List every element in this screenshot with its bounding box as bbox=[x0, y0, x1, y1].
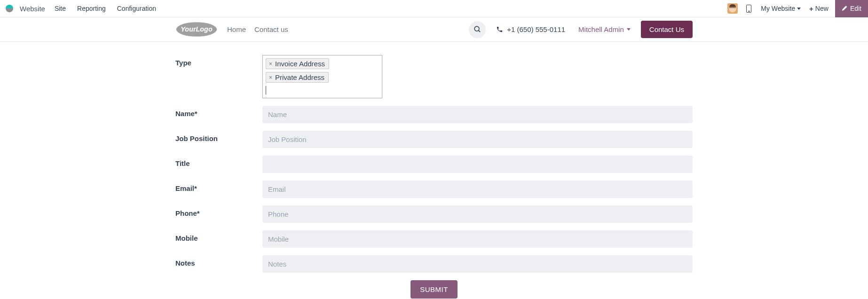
my-website-label: My Website bbox=[761, 5, 795, 12]
contact-form: Type × Invoice Address × Private Address… bbox=[175, 42, 693, 299]
pencil-icon bbox=[842, 6, 847, 11]
new-button[interactable]: + New bbox=[809, 5, 829, 13]
nav-links: Home Contact us bbox=[227, 25, 288, 33]
admin-name: Mitchell Admin bbox=[578, 25, 624, 33]
odoo-logo-icon[interactable] bbox=[5, 4, 14, 13]
system-menu: Site Reporting Configuration bbox=[55, 5, 156, 12]
caret-down-icon bbox=[627, 28, 631, 31]
row-phone: Phone* bbox=[175, 205, 693, 223]
title-input[interactable] bbox=[262, 156, 693, 173]
label-job: Job Position bbox=[175, 131, 262, 142]
tag-label: Private Address bbox=[275, 73, 324, 81]
svg-line-3 bbox=[478, 31, 480, 32]
tag-remove-icon[interactable]: × bbox=[269, 74, 272, 81]
tag-label: Invoice Address bbox=[275, 60, 325, 68]
name-input[interactable] bbox=[262, 106, 693, 123]
menu-site[interactable]: Site bbox=[55, 5, 66, 12]
nav-contact-us[interactable]: Contact us bbox=[254, 25, 288, 33]
svg-text:YourLogo: YourLogo bbox=[181, 25, 213, 33]
label-email: Email* bbox=[175, 181, 262, 192]
app-name[interactable]: Website bbox=[20, 5, 45, 13]
svg-point-2 bbox=[474, 26, 479, 31]
admin-dropdown[interactable]: Mitchell Admin bbox=[578, 25, 631, 33]
row-name: Name* bbox=[175, 106, 693, 123]
system-toolbar-right: My Website + New Edit bbox=[727, 0, 868, 17]
tag-input-cursor-line[interactable] bbox=[266, 86, 379, 95]
label-notes: Notes bbox=[175, 255, 262, 267]
phone-number: +1 (650) 555-0111 bbox=[507, 25, 565, 33]
label-name: Name* bbox=[175, 106, 262, 118]
new-label: New bbox=[815, 5, 829, 12]
submit-button[interactable]: SUBMIT bbox=[410, 280, 458, 299]
submit-row: SUBMIT bbox=[175, 280, 693, 299]
tag-remove-icon[interactable]: × bbox=[269, 61, 272, 67]
phone-display: +1 (650) 555-0111 bbox=[496, 25, 565, 33]
row-type: Type × Invoice Address × Private Address bbox=[175, 55, 693, 98]
nav-home[interactable]: Home bbox=[227, 25, 246, 33]
edit-button[interactable]: Edit bbox=[835, 0, 868, 17]
tag-invoice-address: × Invoice Address bbox=[266, 58, 329, 69]
label-type: Type bbox=[175, 55, 262, 67]
email-input[interactable] bbox=[262, 181, 693, 198]
row-mobile: Mobile bbox=[175, 230, 693, 248]
row-title: Title bbox=[175, 156, 693, 173]
my-website-dropdown[interactable]: My Website bbox=[761, 5, 801, 12]
site-nav: YourLogo Home Contact us +1 (650) 555-01… bbox=[0, 17, 868, 42]
mobile-preview-icon[interactable] bbox=[746, 5, 751, 13]
edit-label: Edit bbox=[850, 5, 861, 12]
phone-icon bbox=[496, 26, 503, 33]
phone-input[interactable] bbox=[262, 205, 693, 223]
plus-icon: + bbox=[809, 5, 813, 13]
avatar[interactable] bbox=[727, 3, 738, 14]
system-toolbar: Website Site Reporting Configuration My … bbox=[0, 0, 868, 17]
label-title: Title bbox=[175, 156, 262, 167]
contact-us-button[interactable]: Contact Us bbox=[641, 21, 693, 38]
row-job: Job Position bbox=[175, 131, 693, 148]
label-phone: Phone* bbox=[175, 205, 262, 217]
brand-logo[interactable]: YourLogo bbox=[175, 21, 218, 38]
type-tag-input[interactable]: × Invoice Address × Private Address bbox=[262, 55, 382, 98]
search-button[interactable] bbox=[469, 21, 486, 38]
notes-input[interactable] bbox=[262, 255, 693, 273]
menu-configuration[interactable]: Configuration bbox=[117, 5, 156, 12]
row-email: Email* bbox=[175, 181, 693, 198]
tag-private-address: × Private Address bbox=[266, 72, 329, 83]
menu-reporting[interactable]: Reporting bbox=[77, 5, 106, 12]
system-toolbar-left: Website Site Reporting Configuration bbox=[0, 4, 156, 13]
row-notes: Notes bbox=[175, 255, 693, 273]
search-icon bbox=[473, 25, 481, 33]
mobile-input[interactable] bbox=[262, 230, 693, 248]
label-mobile: Mobile bbox=[175, 230, 262, 242]
job-position-input[interactable] bbox=[262, 131, 693, 148]
caret-down-icon bbox=[797, 8, 801, 10]
